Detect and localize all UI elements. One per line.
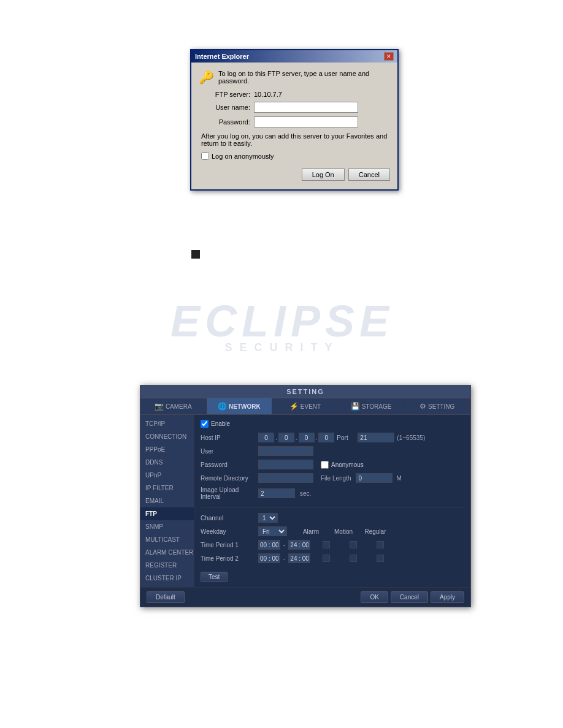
time-period1-row: Time Period 1 -: [201, 540, 464, 550]
tab-storage[interactable]: 💾 STORAGE: [339, 398, 405, 414]
apply-button[interactable]: Apply: [431, 591, 464, 603]
sidebar-item-snmp[interactable]: SNMP: [140, 520, 194, 533]
file-length-input[interactable]: [356, 473, 393, 483]
ip-dot-1: .: [275, 434, 277, 441]
tp2-start-input[interactable]: [258, 553, 280, 563]
watermark: ECLIPSE SECURITY: [86, 276, 478, 374]
ip-octet-2[interactable]: [278, 433, 294, 442]
tp1-end-input[interactable]: [288, 540, 310, 550]
port-range: (1~65535): [397, 434, 425, 441]
upload-interval-row: Image Upload Interval sec.: [201, 487, 464, 500]
sidebar-item-ipfilter[interactable]: IP FILTER: [140, 482, 194, 495]
tp2-sep: -: [283, 555, 285, 562]
sidebar-item-ddns[interactable]: DDNS: [140, 456, 194, 469]
cancel-button[interactable]: Cancel: [391, 591, 428, 603]
sidebar-item-alarmcenter[interactable]: ALARM CENTER: [140, 546, 194, 559]
tab-camera[interactable]: 📷 CAMERA: [140, 398, 207, 414]
ie-cancel-button[interactable]: Cancel: [348, 169, 390, 181]
key-icon: 🔑: [199, 70, 213, 85]
alarm-col-header: Alarm: [299, 528, 323, 535]
tp1-sep: -: [283, 542, 285, 548]
ftp-enable-row: Enable: [201, 420, 464, 428]
username-input[interactable]: [254, 102, 358, 113]
setting-tab-icon: ⚙: [419, 402, 426, 411]
ftp-enable-checkbox[interactable]: [201, 420, 209, 428]
time-period1-label: Time Period 1: [201, 542, 256, 548]
tab-event[interactable]: ⚡ EVENT: [272, 398, 339, 414]
ip-dot-3: .: [316, 434, 318, 441]
anon-row: Log on anonymously: [201, 152, 390, 160]
host-ip-row: Host IP . . . Port (1~65535): [201, 433, 464, 442]
upload-interval-input[interactable]: [258, 488, 295, 498]
user-input[interactable]: [258, 446, 313, 456]
sidebar-item-tcpip[interactable]: TCP/IP: [140, 417, 194, 430]
ip-octet-4[interactable]: [318, 433, 334, 442]
weekday-row: Weekday Fri Mon Tue Wed Thu Sat Sun Alar…: [201, 526, 464, 536]
password-input[interactable]: [254, 116, 358, 127]
default-button[interactable]: Default: [147, 591, 185, 603]
user-row: User: [201, 446, 464, 456]
user-label: User: [201, 448, 256, 455]
password-label: Password:: [199, 118, 254, 126]
channel-select[interactable]: 1: [258, 513, 278, 523]
motion-col-header: Motion: [330, 528, 357, 535]
ip-octet-3[interactable]: [299, 433, 315, 442]
username-row: User name:: [199, 102, 390, 113]
sidebar-item-multicast[interactable]: MULTICAST: [140, 533, 194, 546]
anonymous-checkbox[interactable]: [321, 461, 329, 469]
network-tab-icon: 🌐: [218, 402, 227, 411]
ip-octet-1[interactable]: [258, 433, 274, 442]
ie-dialog: Internet Explorer ✕ 🔑 To log on to this …: [190, 49, 399, 191]
settings-title: SETTING: [140, 385, 470, 398]
tab-network[interactable]: 🌐 NETWORK: [207, 398, 273, 414]
setting-tab-label: SETTING: [428, 403, 454, 410]
ip-dot-2: .: [296, 434, 297, 441]
ftp-server-label: FTP server:: [199, 91, 254, 98]
network-tab-label: NETWORK: [229, 403, 261, 410]
remote-dir-input[interactable]: [258, 473, 313, 483]
ftp-password-input[interactable]: [258, 460, 313, 469]
sidebar-item-register[interactable]: REGISTER: [140, 559, 194, 572]
sidebar-item-ftp[interactable]: FTP: [140, 507, 194, 520]
host-ip-label: Host IP: [201, 434, 256, 441]
anon-checkbox[interactable]: [201, 152, 209, 160]
settings-main: Enable Host IP . . . Port: [194, 415, 470, 587]
sidebar-item-pppoe[interactable]: PPPoE: [140, 443, 194, 456]
ie-info-text: After you log on, you can add this serve…: [199, 132, 390, 147]
storage-tab-icon: 💾: [351, 402, 360, 411]
port-input[interactable]: [358, 433, 394, 442]
event-tab-label: EVENT: [301, 403, 321, 410]
tp1-start-input[interactable]: [258, 540, 280, 550]
upload-interval-unit: sec.: [300, 490, 311, 497]
ftp-server-row: FTP server: 10.10.7.7: [199, 91, 390, 98]
tab-setting[interactable]: ⚙ SETTING: [404, 398, 470, 414]
sidebar-item-connection[interactable]: CONNECTION: [140, 430, 194, 443]
weekday-select[interactable]: Fri Mon Tue Wed Thu Sat Sun: [258, 526, 287, 536]
ie-header-row: 🔑 To log on to this FTP server, type a u…: [199, 70, 390, 85]
file-length-unit: M: [396, 475, 401, 482]
logon-button[interactable]: Log On: [302, 169, 345, 181]
tp2-end-input[interactable]: [288, 553, 310, 563]
ie-header-text: To log on to this FTP server, type a use…: [218, 70, 390, 85]
ie-close-button[interactable]: ✕: [384, 52, 394, 61]
test-button[interactable]: Test: [201, 572, 228, 582]
ie-titlebar: Internet Explorer ✕: [191, 50, 397, 63]
settings-bottom: Default OK Cancel Apply: [140, 587, 470, 607]
tp2-regular-check[interactable]: [377, 555, 384, 562]
channel-row: Channel 1: [201, 513, 464, 523]
remote-dir-label: Remote Directory: [201, 475, 256, 482]
sidebar-item-email[interactable]: EMAIL: [140, 495, 194, 507]
tp2-alarm-check[interactable]: [323, 555, 330, 562]
tp1-motion-check[interactable]: [350, 541, 357, 548]
ftp-password-label: Password: [201, 461, 256, 468]
sidebar-item-upnp[interactable]: UPnP: [140, 469, 194, 482]
action-buttons: OK Cancel Apply: [361, 591, 464, 603]
tp2-motion-check[interactable]: [350, 555, 357, 562]
tp1-alarm-check[interactable]: [323, 541, 330, 548]
ok-button[interactable]: OK: [361, 591, 388, 603]
tp1-regular-check[interactable]: [377, 541, 384, 548]
ftp-enable-label: Enable: [211, 420, 230, 427]
sidebar-item-clusterip[interactable]: CLUSTER IP: [140, 572, 194, 585]
port-label: Port: [337, 434, 355, 441]
ftp-form: Enable Host IP . . . Port: [201, 420, 464, 582]
